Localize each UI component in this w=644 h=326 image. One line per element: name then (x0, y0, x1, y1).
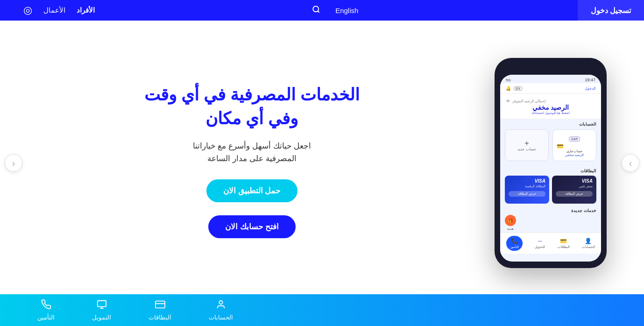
nav-individuals[interactable]: الأفراد (77, 6, 95, 14)
bottom-navigation: الحسابات البطاقات التمويل التأمين (0, 294, 644, 319)
bottom-nav-accounts[interactable]: الحسابات (190, 299, 252, 319)
eye-icon: 👁 (506, 99, 510, 104)
hero-title: الخدمات المصرفية في أي وقت وفي أي مكان (28, 83, 476, 130)
nav-business[interactable]: الأعمال (43, 6, 65, 14)
bottom-insurance-label: التأمين (37, 314, 55, 319)
visa-card-label-1: البطاقة الرقمية (509, 184, 545, 188)
download-app-button[interactable]: حمل التطبيق الان (206, 179, 297, 202)
phone-nav-login: الدخول (585, 86, 595, 91)
gift-icon: 🎁 (505, 215, 516, 226)
phone-balance-area: إجمالي الرصيد المتوفر 👁 الرصيد مخفي اضغط… (500, 94, 601, 119)
phone-nav-payments[interactable]: ↔ التحويل (535, 238, 545, 249)
logo-icon[interactable]: ◎ (23, 4, 32, 16)
hero-subtitle-line1: اجعل حياتك أسهل وأسرع مع خياراتنا (193, 142, 311, 150)
language-button[interactable]: English (331, 7, 363, 14)
balance-hidden-text: الرصيد مخفي (506, 104, 595, 111)
phone-nav-payments-label: التحويل (535, 245, 545, 249)
next-arrow-button[interactable]: › (622, 154, 639, 172)
services-title: خدمات جديدة (505, 208, 596, 213)
view-card-btn-2[interactable]: عرض البطاقة (556, 191, 593, 197)
sar-badge: SAR (569, 136, 580, 142)
phone-insurance-icon: 📞 (511, 238, 518, 244)
hero-title-line2: وفي أي مكان (205, 109, 298, 128)
phone-accounts-section: الحسابات SAR 💳 حساب جاري الرصيد مخفي (500, 119, 601, 166)
main-content: ‹ › 19:47 5G الدخول EN 🔔 (0, 21, 644, 319)
phone-nav-lang: EN (514, 86, 522, 91)
phone-bottom-nav: 👤 الحسابات 💳 البطاقات ↔ التحويل 📞 التأمي… (500, 233, 601, 254)
header-left: الأفراد الأعمال ◎ (9, 4, 95, 16)
phone-nav-cards-item[interactable]: 💳 البطاقات (558, 238, 570, 249)
account-balance: الرصيد مخفي (557, 153, 592, 157)
phone-nav-cards-label: البطاقات (558, 245, 570, 249)
phone-nav-insurance[interactable]: 📞 التأمين (506, 236, 523, 251)
phone-cards-icon: 💳 (560, 238, 567, 244)
cards-section-title: البطاقات (505, 169, 596, 173)
svg-rect-5 (97, 301, 106, 307)
visa-card-travel: VISA سفر بلس عرض البطاقة (552, 176, 596, 204)
phone-screen: 19:47 5G الدخول EN 🔔 إجمالي الرصيد المتو… (500, 75, 601, 262)
header-right: تسجيل دخول (578, 0, 644, 21)
hero-subtitle: اجعل حياتك أسهل وأسرع مع خياراتنا المصرف… (28, 140, 476, 165)
hero-subtitle-line2: المصرفية على مدار الساعة (207, 154, 296, 163)
new-account-label: حساب جديد (517, 147, 536, 151)
visa-logo-2: VISA (556, 178, 593, 184)
search-button[interactable] (309, 5, 323, 16)
bottom-insurance-icon (41, 299, 51, 312)
bottom-finance-label: التمويل (92, 314, 111, 319)
phone-status-bar: 19:47 5G (500, 75, 601, 83)
visa-card-label-2: سفر بلس (556, 184, 593, 188)
login-button[interactable]: تسجيل دخول (578, 0, 644, 21)
svg-point-2 (219, 301, 222, 304)
account-name: حساب جاري (557, 149, 592, 153)
phone-outer: 19:47 5G الدخول EN 🔔 إجمالي الرصيد المتو… (495, 58, 607, 268)
bottom-cards-label: البطاقات (149, 314, 171, 319)
phone-app-nav: الدخول EN 🔔 (500, 83, 601, 94)
phone-payments-icon: ↔ (537, 238, 543, 244)
bottom-nav-insurance[interactable]: التأمين (19, 299, 73, 319)
accounts-row: SAR 💳 حساب جاري الرصيد مخفي + حساب جديد (505, 129, 596, 161)
phone-accounts-icon: 👤 (585, 238, 592, 244)
phone-services-section: خدمات جديدة 🎁 هدية (500, 206, 601, 233)
header-center: English (309, 5, 363, 16)
bottom-accounts-icon (216, 299, 226, 312)
phone-nav-insurance-label: التأمين (510, 245, 519, 249)
phone-nav-icon1: 🔔 (506, 86, 511, 91)
hero-title-line1: الخدمات المصرفية في أي وقت (144, 85, 360, 104)
new-account-card[interactable]: + حساب جديد (505, 129, 549, 161)
svg-point-0 (313, 6, 318, 12)
visa-card-digital: VISA البطاقة الرقمية عرض البطاقة (505, 176, 549, 204)
header: تسجيل دخول English الأفراد الأعمال ◎ (0, 0, 644, 21)
cards-row: VISA سفر بلس عرض البطاقة VISA البطاقة ال… (505, 176, 596, 204)
balance-link[interactable]: اضغط هنا للوصول لحساباتك (506, 111, 595, 115)
phone-mockup: 19:47 5G الدخول EN 🔔 إجمالي الرصيد المتو… (495, 58, 607, 268)
open-account-button[interactable]: افتح حسابك الان (208, 215, 296, 238)
service-gift: 🎁 هدية (505, 215, 516, 231)
bottom-finance-icon (97, 299, 107, 312)
phone-nav-accounts[interactable]: 👤 الحسابات (582, 238, 595, 249)
visa-logo-1: VISA (509, 178, 545, 184)
phone-cards-section: البطاقات VISA سفر بلس عرض البطاقة VISA ا… (500, 166, 601, 206)
accounts-section-title: الحسابات (505, 122, 596, 127)
chevron-right-icon: › (629, 158, 632, 169)
prev-arrow-button[interactable]: ‹ (5, 154, 22, 172)
phone-notch (532, 64, 569, 73)
search-icon (312, 5, 320, 14)
phone-time: 19:47 (585, 78, 595, 82)
balance-label: إجمالي الرصيد المتوفر (512, 99, 545, 103)
view-card-btn-1[interactable]: عرض البطاقة (509, 191, 545, 197)
bottom-nav-finance[interactable]: التمويل (73, 299, 130, 319)
phone-signal: 5G (506, 78, 511, 82)
hero-buttons: حمل التطبيق الان افتح حسابك الان (28, 179, 476, 238)
plus-icon: + (524, 140, 529, 147)
phone-nav-accounts-label: الحسابات (582, 245, 595, 249)
bottom-nav-cards[interactable]: البطاقات (130, 299, 190, 319)
card-blue-icon: 💳 (557, 143, 564, 149)
service-gift-label: هدية (507, 227, 514, 231)
chevron-left-icon: ‹ (12, 158, 15, 169)
svg-line-1 (318, 11, 319, 12)
svg-rect-3 (155, 301, 164, 308)
existing-account-card: SAR 💳 حساب جاري الرصيد مخفي (552, 129, 596, 161)
services-icons-row: 🎁 هدية (505, 215, 596, 231)
bottom-cards-icon (155, 299, 165, 312)
bottom-accounts-label: الحسابات (209, 314, 233, 319)
